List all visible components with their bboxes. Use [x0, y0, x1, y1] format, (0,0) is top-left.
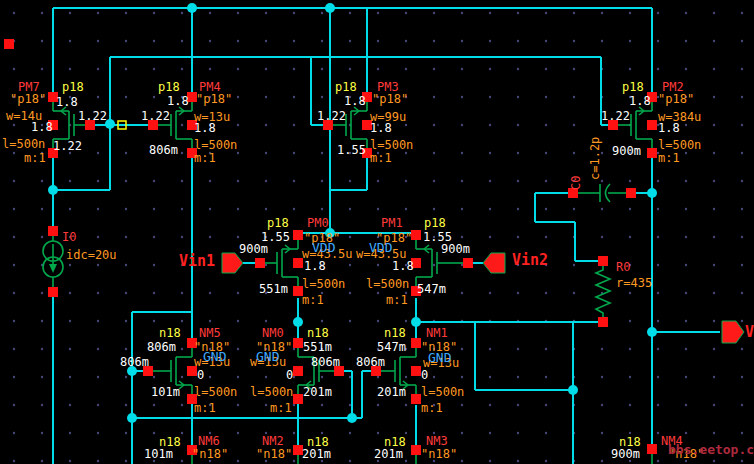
grid-dot	[433, 292, 435, 294]
grid-dot	[41, 348, 43, 350]
grid-dot	[181, 152, 183, 154]
pin-square	[647, 120, 657, 130]
grid-dot	[69, 348, 71, 350]
grid-dot	[237, 40, 239, 42]
grid-dot	[713, 180, 715, 182]
grid-dot	[573, 96, 575, 98]
grid-dot	[433, 12, 435, 14]
grid-dot	[685, 432, 687, 434]
grid-dot	[125, 432, 127, 434]
grid-dot	[237, 96, 239, 98]
grid-dot	[69, 40, 71, 42]
pin-square	[187, 394, 197, 404]
grid-dot	[461, 460, 463, 462]
grid-dot	[237, 68, 239, 70]
grid-dot	[545, 432, 547, 434]
grid-dot	[489, 180, 491, 182]
grid-dot	[181, 264, 183, 266]
grid-dot	[685, 404, 687, 406]
grid-dot	[349, 96, 351, 98]
grid-dot	[405, 40, 407, 42]
grid-dot	[433, 68, 435, 70]
grid-dot	[181, 68, 183, 70]
grid-dot	[265, 432, 267, 434]
grid-dot	[685, 292, 687, 294]
grid-dot	[741, 208, 743, 210]
grid-dot	[461, 376, 463, 378]
grid-dot	[601, 236, 603, 238]
pin-square	[411, 394, 421, 404]
grid-dot	[13, 236, 15, 238]
grid-dot	[125, 152, 127, 154]
grid-dot	[545, 292, 547, 294]
grid-dot	[97, 376, 99, 378]
grid-dot	[349, 208, 351, 210]
grid-dot	[293, 152, 295, 154]
pin-square	[411, 445, 421, 455]
grid-dot	[125, 236, 127, 238]
solder-dot	[127, 366, 137, 376]
grid-dot	[405, 180, 407, 182]
grid-dot	[181, 348, 183, 350]
grid-dot	[489, 376, 491, 378]
grid-dot	[713, 432, 715, 434]
grid-dot	[517, 376, 519, 378]
schematic-graphics[interactable]	[0, 0, 754, 464]
grid-dot	[629, 208, 631, 210]
grid-dot	[741, 180, 743, 182]
grid-dot	[153, 348, 155, 350]
schematic-canvas[interactable]: PM7p18"p18"1.8w=14u1.221.8l=500n1.22m:1p…	[0, 0, 754, 464]
grid-dot	[265, 96, 267, 98]
grid-dot	[657, 12, 659, 14]
pin-square	[608, 120, 618, 130]
grid-dot	[41, 236, 43, 238]
grid-dot	[489, 40, 491, 42]
grid-dot	[461, 348, 463, 350]
grid-dot	[265, 236, 267, 238]
grid-dot	[209, 96, 211, 98]
grid-dot	[545, 236, 547, 238]
grid-dot	[517, 404, 519, 406]
grid-dot	[293, 124, 295, 126]
grid-dot	[181, 40, 183, 42]
grid-dot	[489, 432, 491, 434]
grid-dot	[657, 460, 659, 462]
grid-dot	[657, 404, 659, 406]
pin-square	[187, 148, 197, 158]
grid-dot	[321, 180, 323, 182]
grid-dot	[321, 376, 323, 378]
grid-dot	[293, 404, 295, 406]
grid-dot	[489, 292, 491, 294]
grid-dot	[433, 124, 435, 126]
grid-dot	[13, 96, 15, 98]
grid-dot	[41, 68, 43, 70]
pin-square	[647, 148, 657, 158]
pin-square	[293, 230, 303, 240]
grid-dot	[293, 432, 295, 434]
grid-dot	[41, 460, 43, 462]
pin-square	[411, 338, 421, 348]
grid-dot	[601, 40, 603, 42]
grid-dot	[293, 40, 295, 42]
grid-dot	[349, 236, 351, 238]
input-pin-vin2[interactable]	[483, 253, 505, 273]
grid-dot	[153, 40, 155, 42]
grid-dot	[461, 404, 463, 406]
grid-dot	[13, 320, 15, 322]
grid-dot	[69, 320, 71, 322]
grid-dot	[461, 180, 463, 182]
resistor-r0[interactable]	[596, 266, 610, 317]
grid-dot	[237, 180, 239, 182]
grid-dot	[517, 180, 519, 182]
grid-dot	[321, 264, 323, 266]
output-pin-vout[interactable]	[722, 321, 744, 343]
grid-dot	[153, 460, 155, 462]
grid-dot	[545, 404, 547, 406]
grid-dot	[545, 376, 547, 378]
grid-dot	[237, 236, 239, 238]
grid-dot	[69, 460, 71, 462]
grid-dot	[377, 236, 379, 238]
grid-dot	[181, 180, 183, 182]
input-pin-vin1[interactable]	[222, 253, 243, 273]
grid-dot	[349, 68, 351, 70]
